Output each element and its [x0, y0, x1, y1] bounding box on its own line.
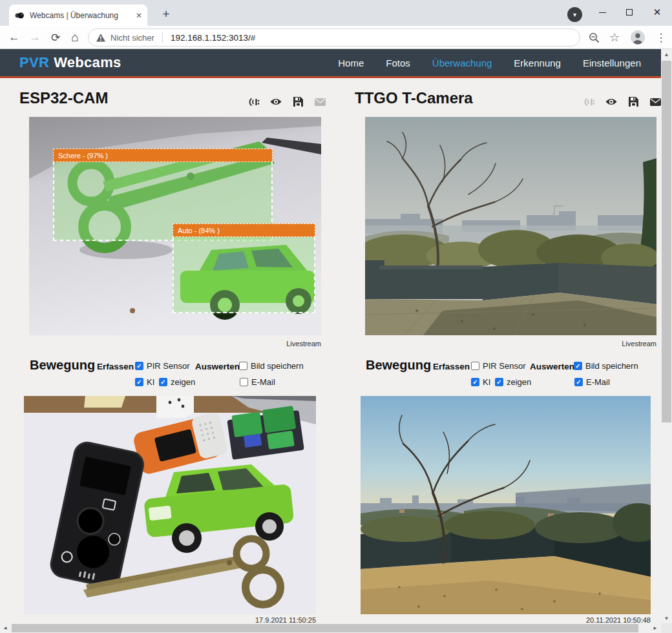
zoom-out-icon[interactable] — [586, 30, 602, 45]
back-button[interactable]: ← — [5, 28, 23, 47]
pir-signal-icon[interactable] — [583, 96, 595, 107]
esp32-snapshot-image — [24, 396, 316, 614]
checkbox-zeigen-esp32[interactable]: ✓ zeigen — [159, 377, 195, 387]
home-button[interactable]: ⌂ — [66, 28, 84, 47]
checkbox-email-esp32[interactable]: E-Mail — [240, 377, 275, 387]
scroll-right-icon[interactable]: ► — [651, 623, 659, 633]
site-brand[interactable]: PVRWebcams — [19, 54, 121, 71]
brand-secondary: Webcams — [54, 54, 121, 70]
check-icon: ✓ — [136, 363, 142, 369]
checkbox-label: PIR Sensor — [147, 361, 189, 371]
ttgo-snapshot-caption: 20.11.2021 10:50:48 — [361, 616, 651, 623]
ttgo-livestream-caption: Livestream — [365, 340, 656, 348]
tab-close-icon[interactable]: ✕ — [136, 11, 142, 20]
checkbox-box[interactable]: ✓ — [135, 378, 143, 386]
checkbox-box[interactable] — [239, 362, 247, 370]
vertical-scroll-thumb[interactable] — [662, 61, 671, 422]
checkbox-label: KI — [147, 377, 154, 387]
nav-item-ueberwachung[interactable]: Überwachung — [421, 57, 503, 68]
email-icon[interactable] — [314, 96, 326, 107]
capture-label-ttgo: Erfassen — [433, 362, 470, 371]
esp32-snapshot-caption: 17.9.2021 11:50:25 — [24, 616, 316, 623]
camera-title-esp32: ESP32-CAM — [19, 89, 108, 107]
save-icon[interactable] — [292, 96, 304, 107]
checkbox-box[interactable]: ✓ — [495, 378, 503, 386]
nav-item-home[interactable]: Home — [327, 57, 375, 68]
checkbox-box[interactable]: ✓ — [471, 378, 479, 386]
preview-eye-icon[interactable] — [605, 96, 617, 107]
evaluate-label-esp32: Auswerten — [195, 362, 240, 371]
ttgo-livestream-image — [365, 117, 656, 335]
checkbox-label: PIR Sensor — [483, 361, 525, 371]
check-icon: ✓ — [575, 363, 580, 369]
close-button[interactable]: ✕ — [644, 0, 671, 25]
scroll-left-icon[interactable]: ◄ — [1, 623, 9, 633]
checkbox-pir-esp32[interactable]: ✓ PIR Sensor — [135, 361, 189, 371]
reload-button[interactable]: ⟳ — [47, 28, 65, 47]
save-icon[interactable] — [627, 96, 639, 107]
checkbox-ki-esp32[interactable]: ✓ KI — [135, 377, 154, 387]
profile-avatar[interactable] — [630, 30, 646, 45]
forward-button[interactable]: → — [26, 28, 44, 47]
checkbox-label: zeigen — [507, 377, 531, 387]
ttgo-snapshot-image — [361, 396, 651, 614]
browser-menu-icon[interactable]: ⋮ — [653, 30, 669, 45]
nav-item-fotos[interactable]: Fotos — [375, 57, 421, 68]
address-bar[interactable]: Nicht sicher 192.168.1.152:3013/# — [88, 28, 580, 47]
nav-item-einstellungen[interactable]: Einstellungen — [572, 57, 652, 68]
checkbox-box[interactable]: ✓ — [159, 378, 167, 386]
checkbox-box[interactable]: ✓ — [574, 362, 582, 370]
checkbox-box[interactable] — [471, 362, 479, 370]
checkbox-bild-ttgo[interactable]: ✓ Bild speichern — [574, 361, 638, 371]
browser-tab[interactable]: Webcams | Überwachung ✕ — [9, 5, 147, 26]
scroll-down-icon[interactable]: ▼ — [661, 614, 672, 622]
detection-box-auto: Auto - (84% ) — [173, 223, 315, 313]
scrollbar-corner — [661, 623, 672, 633]
checkbox-label: KI — [483, 377, 490, 387]
security-label: Nicht sicher — [110, 33, 154, 43]
bookmark-star-icon[interactable]: ☆ — [607, 30, 622, 45]
webcam-favicon-icon — [14, 10, 25, 21]
check-icon: ✓ — [472, 379, 478, 386]
url-text: 192.168.1.152:3013/# — [171, 33, 255, 43]
camera-title-ttgo: TTGO T-Camera — [355, 89, 473, 107]
vertical-scrollbar[interactable]: ▲ ▼ — [661, 49, 672, 623]
check-icon: ✓ — [160, 379, 165, 386]
detection-label-schere: Schere - (97% ) — [53, 149, 273, 162]
preview-eye-icon[interactable] — [270, 96, 282, 107]
checkbox-email-ttgo[interactable]: ✓ E-Mail — [574, 377, 610, 387]
page-content: PVRWebcams Home Fotos Überwachung Erkenn… — [0, 49, 661, 623]
esp32-livestream-image: Schere - (97% ) Auto - (84% ) — [29, 117, 321, 335]
check-icon: ✓ — [136, 379, 142, 386]
omnibox-divider — [162, 32, 163, 43]
not-secure-warning-icon — [96, 34, 105, 42]
evaluate-label-ttgo: Auswerten — [530, 362, 574, 371]
horizontal-scrollbar[interactable]: ◄ ► — [0, 623, 661, 633]
camera-actions-ttgo — [583, 96, 661, 107]
checkbox-box[interactable] — [240, 378, 248, 386]
checkbox-label: Bild speichern — [585, 361, 638, 371]
brand-primary: PVR — [19, 54, 49, 70]
nav-item-erkennung[interactable]: Erkennung — [503, 57, 572, 68]
esp32-snapshot-scene — [24, 396, 316, 614]
pir-signal-icon[interactable] — [248, 96, 260, 107]
tab-title: Webcams | Überwachung — [30, 11, 131, 20]
checkbox-box[interactable]: ✓ — [135, 362, 143, 370]
browser-update-icon[interactable]: ▾ — [567, 7, 582, 22]
site-navbar: PVRWebcams Home Fotos Überwachung Erkenn… — [0, 49, 661, 78]
detection-label-auto: Auto - (84% ) — [173, 223, 315, 237]
checkbox-ki-ttgo[interactable]: ✓ KI — [471, 377, 490, 387]
email-icon[interactable] — [649, 96, 661, 107]
capture-label-esp32: Erfassen — [97, 362, 134, 371]
checkbox-pir-ttgo[interactable]: PIR Sensor — [471, 361, 525, 371]
check-icon: ✓ — [496, 379, 501, 386]
checkbox-box[interactable]: ✓ — [574, 378, 583, 386]
minimize-button[interactable] — [589, 0, 616, 25]
checkbox-zeigen-ttgo[interactable]: ✓ zeigen — [495, 377, 531, 387]
minimize-icon — [599, 12, 606, 13]
checkbox-bild-esp32[interactable]: Bild speichern — [239, 361, 304, 371]
maximize-button[interactable] — [616, 0, 643, 25]
horizontal-scroll-thumb[interactable] — [12, 624, 638, 632]
new-tab-button[interactable]: + — [158, 6, 174, 23]
scroll-up-icon[interactable]: ▲ — [661, 50, 672, 58]
